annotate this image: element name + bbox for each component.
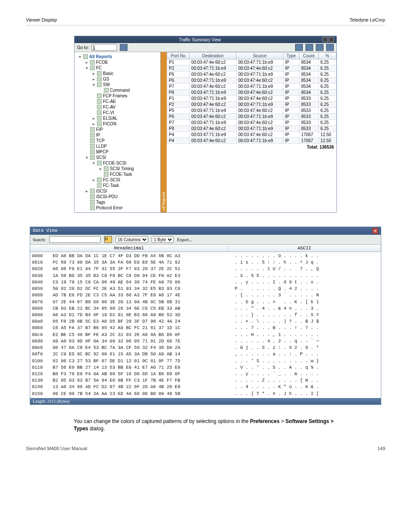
table-row[interactable]: P800:03:47:4e:60:c200:03:47:71:1b:e9IP85…	[167, 126, 336, 132]
toolbar-btn-4[interactable]	[326, 44, 334, 51]
hex-row[interactable]: 0150 86 CE 00 7B 54 2A AA 23 ED 4A 68 08…	[32, 391, 379, 397]
tree-basic[interactable]: ▸Basic	[89, 71, 159, 76]
tree-sw[interactable]: ▾SW	[89, 82, 159, 87]
goto-label: Go to:	[77, 45, 89, 50]
table-row[interactable]: P500:03:47:4e:60:c200:03:47:71:1b:e9IP85…	[167, 72, 336, 78]
ascii-header: ASCII	[228, 245, 381, 252]
tree-fcvi[interactable]: FC-VI	[89, 110, 159, 115]
traffic-summary-panel: Traffic Summary View Go to: ▾All Reports…	[74, 36, 337, 213]
hex-row[interactable]: 0080 CB 03 EB 22 BC 34 95 80 26 34 6E C8…	[32, 305, 379, 312]
tree-elsal[interactable]: ▸ELS/AL	[89, 115, 159, 121]
tree-fcoetask[interactable]: FCOE-Task	[96, 171, 159, 177]
hex-row[interactable]: 0100 82 96 C3 27 53 BF 07 DE D1 12 01 9C…	[32, 358, 379, 364]
hex-row[interactable]: 00f0 2C C9 ED 9C BC 92 00 61 15 A5 3A DB…	[32, 351, 379, 358]
hex-row[interactable]: 0040 C3 19 79 15 C8 CA 06 49 AE 64 38 74…	[32, 279, 379, 286]
tree-gs[interactable]: ▸GS	[89, 76, 159, 82]
tree-all-reports[interactable]: ▾All Reports	[75, 54, 159, 59]
dataview-status: Length: 2112 (Bytes)	[30, 398, 381, 404]
table-row[interactable]: P800:03:47:71:1b:e900:03:47:4e:60:c2IP85…	[167, 90, 336, 96]
hex-row[interactable]: 0050 50 82 20 D2 DC FC 2E A3 51 93 34 32…	[32, 286, 379, 292]
tree-fcscsi[interactable]: ▸FC-SCSI	[89, 177, 159, 183]
data-view-panel: Data View ✕ Search: H 16 Columns 1 Byte …	[30, 227, 381, 405]
col-count[interactable]: Count	[299, 53, 318, 59]
note-text: You can change the colors of captured pa…	[74, 418, 337, 433]
tree-fcpframes[interactable]: FCP Frames	[89, 93, 159, 99]
hex-row[interactable]: 0110 B7 56 E0 BB 27 14 13 53 BB E0 41 E7…	[32, 364, 379, 371]
table-row[interactable]: P600:03:47:4e:60:c200:03:47:71:1b:e9IP85…	[167, 114, 336, 120]
goto-next-button[interactable]	[120, 44, 128, 51]
table-row[interactable]: P400:03:47:4e:60:c200:03:47:71:1b:e9IP17…	[167, 138, 336, 144]
hex-row[interactable]: 0070 07 2E 44 67 B9 D8 90 3E 20 13 9A 4B…	[32, 299, 379, 305]
table-row[interactable]: P600:03:47:71:1b:e900:03:47:4e:60:c2IP85…	[167, 78, 336, 84]
toolbar-btn-1[interactable]	[295, 44, 303, 51]
table-row[interactable]: P700:03:47:71:1b:e900:03:47:4e:60:c2IP85…	[167, 120, 336, 126]
hex-row[interactable]: 00a0 85 F8 2B 0B 5C E3 A0 D5 BF 29 3F D7…	[32, 318, 379, 325]
hex-row[interactable]: 0060 AD 7B E8 FD 2E C3 C5 AA 33 60 A3 7F…	[32, 292, 379, 299]
table-row[interactable]: P500:03:47:71:1b:e900:03:47:4e:60:c2IP85…	[167, 108, 336, 114]
search-highlight-button[interactable]: H	[104, 236, 112, 243]
traffic-title: Traffic Summary View	[77, 37, 323, 42]
table-row[interactable]: P100:03:47:71:1b:e900:03:47:4e:60:c2IP85…	[167, 96, 336, 102]
footer-left: SierraNet M408 User Manual	[26, 446, 87, 451]
hex-row[interactable]: 0010 FC 69 73 09 DA 35 3A 3A FA 68 E0 E8…	[32, 259, 379, 266]
hex-row[interactable]: 0140 13 A6 34 98 AD FC D2 07 4B 22 6F 2D…	[32, 384, 379, 390]
col-source[interactable]: Source	[236, 53, 283, 59]
close-icon[interactable]: ✕	[372, 228, 378, 234]
hex-row[interactable]: 0130 B2 95 03 83 B7 5A 94 E6 8B FF C3 1F…	[32, 377, 379, 384]
goto-input[interactable]	[91, 44, 117, 51]
export-button[interactable]: Export...	[177, 237, 192, 242]
footer-right: 149	[377, 446, 385, 451]
close-icon[interactable]	[329, 37, 334, 42]
toolbar-btn-3[interactable]	[316, 44, 324, 51]
tree-iscsi[interactable]: ▸iSCSI	[82, 188, 159, 194]
tree-tags[interactable]: Tags	[82, 199, 159, 205]
header-right: Teledyne LeCroy	[349, 17, 385, 22]
hex-row[interactable]: 0090 A6 A3 D1 7D B4 0F 19 D2 91 8E B3 66…	[32, 312, 379, 318]
tree-fctask[interactable]: FC-Task	[89, 183, 159, 188]
tree-fcoe[interactable]: ▸FCOE	[82, 59, 159, 65]
tree-command[interactable]: Command	[96, 87, 159, 93]
report-tree: ▾All Reports ▸FCOE ▾FC ▸Basic ▸GS ▾SW Co…	[75, 52, 161, 212]
hex-row[interactable]: 00e0 08 47 6A C9 E4 53 BC 7A 3A CF 58 32…	[32, 345, 379, 351]
maximize-icon[interactable]	[323, 37, 328, 42]
total-label: Total:	[307, 145, 318, 149]
side-tab-allreports[interactable]: All Reports	[161, 52, 167, 212]
tree-scsi[interactable]: ▾SCSI	[82, 155, 159, 160]
tree-iscsipdu[interactable]: iSCSI-PDU	[82, 194, 159, 199]
col-port-no[interactable]: Port No	[167, 53, 190, 59]
tree-protoerr[interactable]: Protocol Error	[82, 205, 159, 211]
col-type[interactable]: Type	[283, 53, 299, 59]
table-row[interactable]: P200:03:47:71:1b:e900:03:47:4e:60:c2IP85…	[167, 65, 336, 72]
toolbar-btn-2[interactable]	[305, 44, 313, 51]
table-row[interactable]: P700:03:47:4e:60:c200:03:47:71:1b:e9IP85…	[167, 84, 336, 90]
tree-mpcp[interactable]: MPCP	[82, 149, 159, 155]
dataview-title: Data View	[33, 228, 57, 234]
hex-row[interactable]: 00c0 E2 BE C5 48 BF FE A3 2C 31 03 2E A6…	[32, 332, 379, 338]
tree-fcav[interactable]: FC-AV	[89, 104, 159, 110]
tree-ficon[interactable]: ▸FICON	[89, 121, 159, 127]
tree-fcoescsi[interactable]: ▾FCOE-SCSI	[89, 160, 159, 166]
table-row[interactable]: P200:03:47:4e:60:c200:03:47:71:1b:e9IP85…	[167, 102, 336, 108]
table-row[interactable]: P400:03:47:71:1b:e900:03:47:4e:60:c2IP17…	[167, 132, 336, 138]
hex-row[interactable]: 0000 ED A8 BB DA DA 1C 1E C7 4F D3 DD FB…	[32, 253, 379, 259]
tree-ip[interactable]: IP	[82, 132, 159, 138]
hex-row[interactable]: 0120 B8 F3 79 E9 F4 0A AB 60 5F 16 D0 6D…	[32, 371, 379, 377]
tree-scsitiming[interactable]: ▸SCSI Timing	[96, 166, 159, 171]
hex-row[interactable]: 00b0 C6 A5 FA 37 B7 B6 85 42 A9 BC FC 21…	[32, 325, 379, 331]
hex-row[interactable]: 0020 A6 96 F8 E1 A4 7F 31 55 2F F7 83 20…	[32, 266, 379, 272]
table-row[interactable]: P100:03:47:4e:60:c200:03:47:71:1b:e9IP85…	[167, 59, 336, 65]
col-destination[interactable]: Destination	[190, 53, 237, 59]
tree-fcae[interactable]: FC-AE	[89, 99, 159, 104]
search-input[interactable]	[49, 236, 101, 243]
hex-dump[interactable]: 0000 ED A8 BB DA DA 1C 1E C7 4F D3 DD FB…	[30, 252, 381, 398]
tree-tcp[interactable]: TCP	[82, 138, 159, 143]
total-value: 136536	[320, 145, 334, 149]
tree-fip[interactable]: FIP	[82, 127, 159, 132]
tree-fc[interactable]: ▾FC	[82, 65, 159, 71]
bytes-select[interactable]: 1 Byte	[152, 236, 174, 243]
col-%[interactable]: %	[318, 53, 336, 59]
columns-select[interactable]: 16 Columns	[115, 236, 148, 243]
hex-row[interactable]: 0030 1A 58 BD 35 35 B3 C9 F9 BC C8 D9 94…	[32, 273, 379, 279]
hex-row[interactable]: 00d0 A9 A6 83 9D 8F 0A 34 09 32 06 05 71…	[32, 338, 379, 345]
tree-lldp[interactable]: LLDP	[82, 143, 159, 149]
